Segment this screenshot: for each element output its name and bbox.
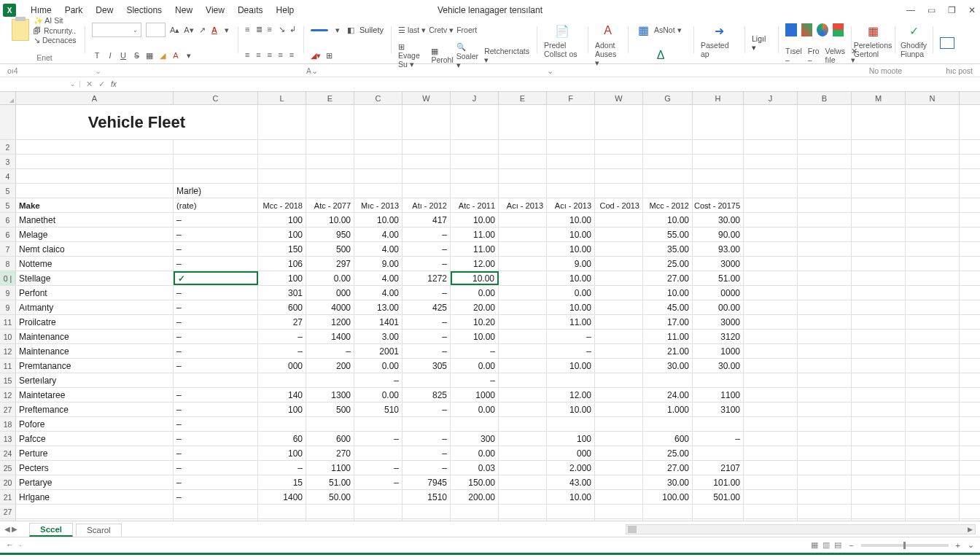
cell[interactable] <box>693 184 744 198</box>
cell-val[interactable]: 500 <box>306 402 354 416</box>
cell-val[interactable] <box>451 505 499 518</box>
cell[interactable] <box>744 490 798 504</box>
cell-val[interactable]: 1000 <box>451 388 499 402</box>
cell-rate[interactable]: – <box>174 286 258 300</box>
cell[interactable] <box>693 105 744 139</box>
status-back-icon[interactable]: ← <box>6 540 14 550</box>
cell-val[interactable] <box>402 505 451 518</box>
cell-val[interactable] <box>402 373 451 387</box>
cell-val[interactable] <box>595 228 643 241</box>
cell[interactable] <box>451 184 499 198</box>
col-header-A-0[interactable]: A <box>16 92 174 104</box>
cell[interactable] <box>906 475 960 489</box>
tab-nav-next[interactable]: ▶ <box>12 525 18 533</box>
cell-val[interactable]: 10.00 <box>547 402 595 416</box>
cell[interactable] <box>906 373 960 387</box>
fx-icon[interactable]: fx <box>111 80 117 88</box>
cell[interactable] <box>906 271 960 285</box>
restore-button[interactable]: ❐ <box>946 5 957 15</box>
cell-val[interactable]: 55.00 <box>643 228 693 241</box>
ghodify-button[interactable]: ✓ Ghodify Fiunpa <box>902 22 925 58</box>
cell-val[interactable]: 100.00 <box>643 490 693 504</box>
merge-icon[interactable]: ⊞ <box>324 50 334 61</box>
cell-val[interactable]: 1100 <box>693 388 744 402</box>
cell[interactable] <box>16 155 174 168</box>
cf-icon-2[interactable] <box>801 23 813 36</box>
col-header-F-8[interactable]: F <box>547 92 595 104</box>
cell[interactable] <box>174 140 258 154</box>
hdr-make[interactable]: Make <box>16 198 174 212</box>
cell-val[interactable]: 3000 <box>693 315 744 329</box>
col-header-E-7[interactable]: E <box>499 92 547 104</box>
cell-val[interactable]: – <box>402 257 451 271</box>
tab-nav-prev[interactable]: ◀ <box>4 525 10 533</box>
cell[interactable] <box>798 105 852 139</box>
cell-val[interactable]: – <box>402 446 451 460</box>
cell-make[interactable]: Proilcatre <box>16 315 174 329</box>
cell-val[interactable] <box>499 242 547 256</box>
cell-val[interactable] <box>499 432 547 446</box>
cell[interactable] <box>798 228 852 241</box>
cell[interactable] <box>906 388 960 402</box>
cell-val[interactable]: 270 <box>306 446 354 460</box>
cell[interactable] <box>744 417 798 431</box>
cell-rate[interactable]: – <box>174 213 258 227</box>
view-break-icon[interactable]: ▤ <box>834 540 841 550</box>
cell-rate[interactable] <box>174 505 258 518</box>
cell-val[interactable]: 25.00 <box>643 257 693 271</box>
cell[interactable] <box>744 271 798 285</box>
cell[interactable] <box>16 140 174 154</box>
cell[interactable] <box>798 286 852 300</box>
cell-val[interactable]: 4.00 <box>354 271 402 285</box>
cell-make[interactable]: Manethet <box>16 213 174 227</box>
view-layout-icon[interactable]: ▥ <box>822 540 830 550</box>
cell-val[interactable]: – <box>547 344 595 358</box>
cell-val[interactable] <box>499 359 547 373</box>
cell-val[interactable] <box>595 432 643 446</box>
cell[interactable] <box>258 105 306 139</box>
cell-make[interactable]: Perture <box>16 446 174 460</box>
cell-val[interactable]: – <box>451 373 499 387</box>
cell-rate[interactable]: ✓ <box>174 271 258 285</box>
cell[interactable] <box>852 242 906 256</box>
cell-val[interactable]: 0.00 <box>451 359 499 373</box>
cell[interactable] <box>744 105 798 139</box>
cell[interactable] <box>852 359 906 373</box>
row-header[interactable]: 12 <box>0 344 16 358</box>
cell-val[interactable]: 100 <box>258 402 306 416</box>
align-top-icon[interactable]: ≡ <box>245 25 252 35</box>
cell[interactable] <box>906 432 960 446</box>
strike-icon[interactable]: S̶ <box>131 50 141 61</box>
cell-val[interactable]: 3000 <box>693 257 744 271</box>
cell[interactable] <box>258 155 306 168</box>
zoom-level[interactable]: ⌄ <box>968 540 974 550</box>
cell[interactable] <box>906 155 960 168</box>
col-header-G-10[interactable]: G <box>643 92 693 104</box>
cell[interactable] <box>744 475 798 489</box>
cancel-fx-icon[interactable]: ✕ <box>86 79 93 89</box>
cell-val[interactable] <box>402 417 451 431</box>
cell[interactable] <box>499 105 547 139</box>
cell[interactable] <box>744 461 798 475</box>
cell-rate[interactable]: – <box>174 228 258 241</box>
cell-val[interactable]: 90.00 <box>693 228 744 241</box>
cell[interactable] <box>595 155 643 168</box>
cell-val[interactable] <box>693 373 744 387</box>
cell[interactable] <box>547 155 595 168</box>
col-header-J-6[interactable]: J <box>451 92 499 104</box>
cell-val[interactable]: – <box>354 461 402 475</box>
cell[interactable] <box>798 373 852 387</box>
cell-val[interactable]: 51.00 <box>306 475 354 489</box>
cell[interactable] <box>798 257 852 271</box>
cell-make[interactable]: Preftemance <box>16 402 174 416</box>
adont-button[interactable]: A Adont Auses ▾ <box>595 22 621 67</box>
cell-make[interactable]: Hrlgane <box>16 490 174 504</box>
cell-val[interactable]: 25.00 <box>643 446 693 460</box>
cf-icon-3[interactable] <box>817 23 828 36</box>
cell-make[interactable]: Stellage <box>16 271 174 285</box>
cell[interactable] <box>402 140 451 154</box>
cell[interactable] <box>744 140 798 154</box>
zoom-in-icon[interactable]: + <box>956 541 960 550</box>
cell-val[interactable]: 0.00 <box>306 271 354 285</box>
col-header-W-9[interactable]: W <box>595 92 643 104</box>
